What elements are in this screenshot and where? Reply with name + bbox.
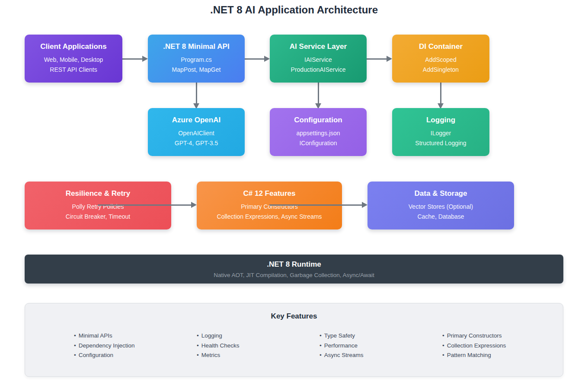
arrow-di-container-to-logging — [438, 83, 444, 109]
bullet-icon: • — [442, 342, 444, 349]
feature-item: •Configuration — [74, 351, 197, 360]
feature-item: •Performance — [320, 341, 442, 351]
node-line: Collection Expressions, Async Streams — [217, 212, 322, 222]
node-configuration: Configuration appsettings.json IConfigur… — [270, 108, 367, 156]
arrowhead-right-icon — [142, 56, 148, 62]
node-title: Configuration — [294, 116, 342, 124]
node-line: appsettings.json — [296, 128, 340, 138]
feature-item: •Primary Constructors — [442, 331, 565, 341]
node-title: C# 12 Features — [243, 189, 296, 198]
node-title: Resilience & Retry — [66, 189, 130, 198]
arrow-resilience-to-csharp12 — [98, 202, 197, 208]
feature-item: •Logging — [197, 331, 320, 341]
feature-item: •Minimal APIs — [74, 331, 197, 341]
arrow-line — [122, 58, 142, 60]
key-features-grid: •Minimal APIs •Dependency Injection •Con… — [74, 331, 563, 360]
feature-label: Configuration — [79, 352, 113, 358]
arrow-line — [245, 58, 264, 60]
node-line: REST API Clients — [50, 65, 97, 75]
bullet-icon: • — [320, 342, 322, 349]
node-title: DI Container — [419, 42, 463, 51]
node-di-container: DI Container AddScoped AddSingleton — [392, 35, 489, 83]
bullet-icon: • — [320, 352, 322, 358]
node-line: Structured Logging — [415, 138, 466, 148]
node-line: Circuit Breaker, Timeout — [66, 212, 130, 222]
arrow-line — [98, 204, 191, 206]
node-ai-service-layer: AI Service Layer IAIService ProductionAI… — [270, 35, 367, 83]
bullet-icon: • — [442, 332, 444, 339]
arrow-minimal-api-to-ai-service — [245, 56, 270, 62]
node-azure-openai: Azure OpenAI OpenAIClient GPT-4, GPT-3.5 — [148, 108, 245, 156]
bullet-icon: • — [197, 342, 199, 349]
node-title: .NET 8 Minimal API — [163, 42, 229, 51]
node-line: Program.cs — [181, 55, 212, 65]
node-line: Cache, Database — [417, 212, 464, 222]
node-line: IConfiguration — [299, 138, 337, 148]
feature-item: •Dependency Injection — [74, 341, 197, 351]
feature-item: •Pattern Matching — [442, 351, 565, 360]
arrow-ai-service-to-di-container — [367, 56, 392, 62]
node-line: AddSingleton — [423, 65, 459, 75]
arrow-client-to-minimal-api — [122, 56, 148, 62]
node-line: OpenAIClient — [178, 128, 214, 138]
node-minimal-api: .NET 8 Minimal API Program.cs MapPost, M… — [148, 35, 245, 83]
node-title: AI Service Layer — [290, 42, 347, 51]
node-line: Vector Stores (Optional) — [409, 202, 473, 212]
arrowhead-right-icon — [362, 202, 368, 208]
arrow-minimal-api-to-azure-openai — [193, 83, 199, 109]
bullet-icon: • — [74, 352, 76, 358]
runtime-subtitle: Native AOT, JIT Compilation, Garbage Col… — [214, 272, 374, 278]
key-features-column: •Logging •Health Checks •Metrics — [197, 331, 320, 360]
feature-item: •Async Streams — [320, 351, 442, 360]
bullet-icon: • — [442, 352, 444, 358]
arrow-line — [318, 83, 319, 103]
key-features-column: •Primary Constructors •Collection Expres… — [442, 331, 565, 360]
feature-label: Async Streams — [324, 352, 364, 358]
key-features-column: •Minimal APIs •Dependency Injection •Con… — [74, 331, 197, 360]
arrowhead-right-icon — [264, 56, 270, 62]
feature-label: Type Safety — [324, 332, 355, 339]
arrow-line — [269, 204, 362, 206]
feature-label: Primary Constructors — [447, 332, 502, 339]
bullet-icon: • — [74, 342, 76, 349]
feature-label: Pattern Matching — [447, 352, 491, 358]
node-title: Azure OpenAI — [172, 116, 220, 124]
node-client-applications: Client Applications Web, Mobile, Desktop… — [25, 35, 122, 83]
runtime-title: .NET 8 Runtime — [267, 260, 321, 269]
node-title: Data & Storage — [415, 189, 467, 198]
page-title: .NET 8 AI Application Architecture — [0, 4, 588, 16]
key-features-column: •Type Safety •Performance •Async Streams — [320, 331, 442, 360]
node-line: ILogger — [431, 128, 451, 138]
bullet-icon: • — [197, 332, 199, 339]
arrow-line — [440, 83, 441, 103]
node-line: MapPost, MapGet — [172, 65, 221, 75]
feature-label: Logging — [201, 332, 222, 339]
feature-item: •Health Checks — [197, 341, 320, 351]
feature-label: Minimal APIs — [79, 332, 112, 339]
arrow-ai-service-to-configuration — [315, 83, 321, 109]
key-features-panel: Key Features •Minimal APIs •Dependency I… — [25, 303, 563, 377]
feature-label: Collection Expressions — [447, 342, 506, 349]
feature-label: Metrics — [201, 352, 220, 358]
arrow-line — [196, 83, 197, 103]
feature-label: Performance — [324, 342, 358, 349]
arrowhead-right-icon — [387, 56, 392, 62]
node-line: Web, Mobile, Desktop — [44, 55, 103, 65]
node-line: AddScoped — [425, 55, 456, 65]
feature-label: Dependency Injection — [79, 342, 135, 349]
node-logging: Logging ILogger Structured Logging — [392, 108, 489, 156]
feature-item: •Metrics — [197, 351, 320, 360]
node-title: Logging — [426, 116, 455, 124]
feature-label: Health Checks — [201, 342, 240, 349]
arrow-line — [367, 58, 387, 60]
key-features-title: Key Features — [25, 312, 563, 321]
feature-item: •Type Safety — [320, 331, 442, 341]
node-title: Client Applications — [40, 42, 106, 51]
arrowhead-right-icon — [191, 202, 197, 208]
node-data-storage: Data & Storage Vector Stores (Optional) … — [368, 182, 514, 229]
bullet-icon: • — [74, 332, 76, 339]
arrow-csharp12-to-data-storage — [269, 202, 368, 208]
feature-item: •Collection Expressions — [442, 341, 565, 351]
node-line: IAIService — [304, 55, 332, 65]
node-line: GPT-4, GPT-3.5 — [175, 138, 218, 148]
